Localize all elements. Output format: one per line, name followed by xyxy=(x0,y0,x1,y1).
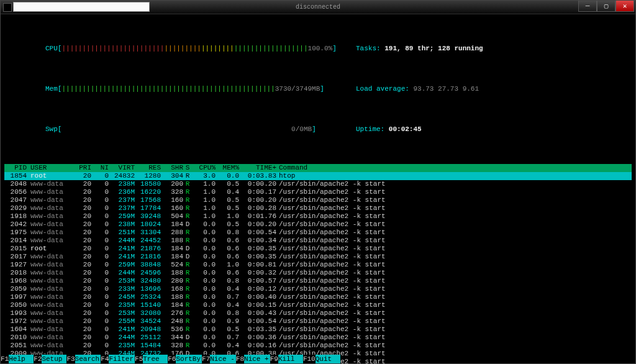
flabel-f7[interactable]: Nice - xyxy=(210,355,236,363)
col-ni[interactable]: NI xyxy=(91,164,109,172)
title-center-text: disconnected xyxy=(296,4,340,11)
flabel-f4[interactable]: Filter xyxy=(109,355,135,363)
flabel-f6[interactable]: SortBy xyxy=(176,355,202,363)
tasks-value: 191, 89 thr; 128 running xyxy=(381,45,483,52)
swp-meter-value: 0/0MB xyxy=(291,125,312,133)
uptime-value: 00:02:45 xyxy=(384,125,421,133)
function-key-bar: F1Help F2Setup F3SearchF4FilterF5Tree F6… xyxy=(1,355,635,363)
flabel-f5[interactable]: Tree xyxy=(143,355,168,363)
col-pid[interactable]: PID xyxy=(4,164,29,172)
process-row[interactable]: 1968www-data200253M32480280R0.00.80:00.5… xyxy=(4,277,632,285)
fkey-f10[interactable]: F10 xyxy=(303,355,316,363)
fkey-f2[interactable]: F2 xyxy=(34,355,42,363)
fkey-f6[interactable]: F6 xyxy=(168,355,176,363)
fkey-f9[interactable]: F9 xyxy=(270,355,278,363)
flabel-f3[interactable]: Search xyxy=(75,355,101,363)
process-row[interactable]: 2018www-data200244M24596188R0.00.60:00.3… xyxy=(4,269,632,277)
process-row[interactable]: 2051www-data200235M15484328R0.00.40:00.1… xyxy=(4,342,632,350)
fkey-f7[interactable]: F7 xyxy=(202,355,210,363)
process-row[interactable]: 2015root200241M21876184D0.00.60:00.35/us… xyxy=(4,245,632,253)
process-row[interactable]: 2047www-data200237M17568160R1.00.50:00.2… xyxy=(4,196,632,204)
process-table-header[interactable]: PID USER PRI NI VIRT RES SHR S CPU% MEM%… xyxy=(4,164,632,172)
window-titlebar[interactable]: disconnected ─ ▢ ✕ xyxy=(1,1,635,14)
col-user[interactable]: USER xyxy=(29,164,71,172)
process-row[interactable]: 1854root200248321280304R3.00.00:03.83hto… xyxy=(4,172,632,180)
process-row[interactable]: 2048www-data200238M18580200R1.00.50:00.2… xyxy=(4,180,632,188)
app-icon xyxy=(3,3,12,12)
process-row[interactable]: 1993www-data200253M32080276R0.00.80:00.4… xyxy=(4,309,632,317)
process-row[interactable]: 2010www-data200244M25112344D0.00.70:00.3… xyxy=(4,334,632,342)
load-label: Load average: xyxy=(356,85,409,93)
process-row[interactable]: 2059www-data200233M13696168R0.00.40:00.1… xyxy=(4,285,632,293)
col-mem[interactable]: MEM% xyxy=(216,164,239,172)
title-obscured-block xyxy=(13,2,150,12)
flabel-f2[interactable]: Setup xyxy=(42,355,66,363)
process-row[interactable]: 2050www-data200235M15140184R0.00.40:00.1… xyxy=(4,301,632,309)
close-button[interactable]: ✕ xyxy=(616,1,634,12)
minimize-button[interactable]: ─ xyxy=(578,1,597,12)
load-value: 93.73 27.73 9.61 xyxy=(409,85,479,93)
process-row[interactable]: 1972www-data200255M34524248R0.00.90:00.5… xyxy=(4,317,632,325)
process-row[interactable]: 1997www-data200245M25324188R0.00.70:00.4… xyxy=(4,293,632,301)
col-shr[interactable]: SHR xyxy=(161,164,183,172)
fkey-f8[interactable]: F8 xyxy=(236,355,244,363)
mem-meter-value: 3730/3749MB xyxy=(275,85,320,93)
terminal-content: CPU[||||||||||||||||||||||||||||||||||||… xyxy=(1,14,635,363)
terminal-window: disconnected ─ ▢ ✕ CPU[|||||||||||||||||… xyxy=(0,0,636,364)
process-table-body[interactable]: 1854root200248321280304R3.00.00:03.83hto… xyxy=(4,172,632,363)
flabel-f10[interactable]: Quit xyxy=(316,355,340,363)
process-row[interactable]: 2029www-data200237M17784160R1.00.50:00.2… xyxy=(4,204,632,212)
col-virt[interactable]: VIRT xyxy=(109,164,135,172)
col-time[interactable]: TIME+ xyxy=(239,164,276,172)
fkey-f3[interactable]: F3 xyxy=(66,355,75,363)
fkey-f1[interactable]: F1 xyxy=(1,355,9,363)
flabel-f9[interactable]: Kill xyxy=(278,355,303,363)
process-row[interactable]: 1975www-data200251M31304288R0.00.80:00.5… xyxy=(4,229,632,237)
process-row[interactable]: 2056www-data200236M16220328R1.00.40:00.1… xyxy=(4,188,632,196)
flabel-f1[interactable]: Help xyxy=(9,355,34,363)
process-row[interactable]: 2042www-data200238M18024184D0.00.50:00.2… xyxy=(4,221,632,229)
fkey-f5[interactable]: F5 xyxy=(135,355,143,363)
uptime-label: Uptime: xyxy=(356,125,384,133)
col-cpu[interactable]: CPU% xyxy=(192,164,216,172)
process-row[interactable]: 1927www-data200259M38848524R0.01.00:00.8… xyxy=(4,261,632,269)
col-pri[interactable]: PRI xyxy=(71,164,91,172)
flabel-f8[interactable]: Nice + xyxy=(244,355,270,363)
fkey-f4[interactable]: F4 xyxy=(101,355,109,363)
process-row[interactable]: 2014www-data200244M24452188R0.00.60:00.3… xyxy=(4,237,632,245)
swp-meter-label: Swp xyxy=(45,125,58,133)
process-row[interactable]: 2017www-data200241M21816184D0.00.60:00.3… xyxy=(4,253,632,261)
mem-meter-label: Mem xyxy=(45,85,58,93)
tasks-label: Tasks: xyxy=(356,45,381,52)
process-row[interactable]: 1918www-data200259M39248504R1.01.00:01.7… xyxy=(4,212,632,221)
cpu-meter-label: CPU xyxy=(45,45,58,52)
process-row[interactable]: 1604www-data200241M20948536R0.00.50:03.3… xyxy=(4,325,632,334)
col-res[interactable]: RES xyxy=(135,164,161,172)
col-cmd[interactable]: Command xyxy=(276,164,632,172)
col-s[interactable]: S xyxy=(183,164,192,172)
maximize-button[interactable]: ▢ xyxy=(597,1,616,12)
